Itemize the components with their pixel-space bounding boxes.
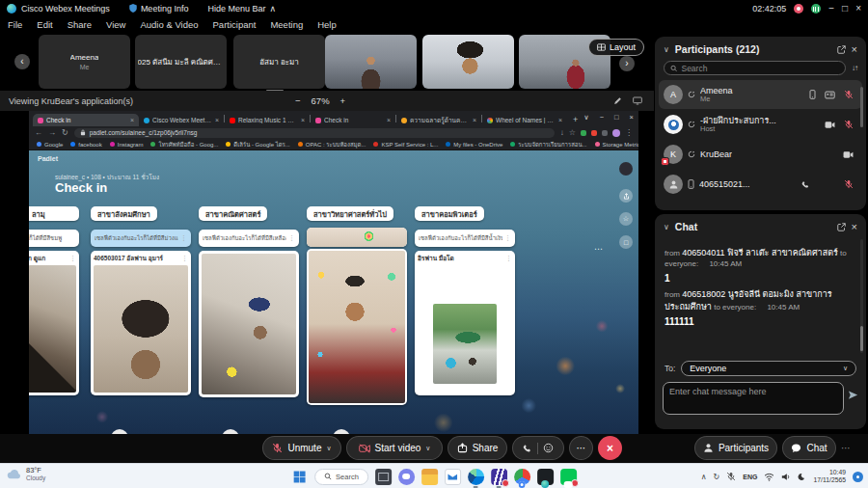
- column-header[interactable]: สาขาวิทยาศาสตร์ทั่วไป: [307, 206, 393, 221]
- taskbar-app-padlet[interactable]: [491, 469, 507, 485]
- notification-badge[interactable]: [853, 472, 863, 482]
- bookmark[interactable]: ดีเลิร์น - Google ไดร...: [226, 140, 289, 149]
- wifi-icon[interactable]: [764, 473, 774, 481]
- padlet-card[interactable]: เซลฟี่ตัวเองกับอะไรก็ได้ที่มีสีเหลือง ⋮: [199, 230, 299, 247]
- send-message-icon[interactable]: [848, 390, 858, 400]
- padlet-card[interactable]: เซลฟี่ตัวเองกับอะไรก็ได้ที่มีสีน้ำเงิน ⋮: [415, 230, 515, 247]
- video-tile-self[interactable]: Ameena Me: [39, 35, 130, 89]
- card-kebab-icon[interactable]: ⋮: [505, 255, 512, 262]
- reactions-smiley-icon[interactable]: [543, 443, 554, 453]
- padlet-card[interactable]: [307, 228, 407, 247]
- bookmark[interactable]: KSP Self Service : L...: [373, 142, 438, 148]
- bookmark[interactable]: Instagram: [110, 142, 144, 148]
- collapse-chevron-icon[interactable]: ∨: [664, 45, 669, 54]
- tab-close-icon[interactable]: ×: [301, 117, 305, 123]
- more-options-button[interactable]: ⋯: [569, 436, 593, 460]
- browser-tab[interactable]: ความฉลาดรู้ด้านคณิตศาสตร์... ×: [396, 114, 481, 126]
- menu-edit[interactable]: Edit: [37, 19, 52, 30]
- video-tile-webcam[interactable]: [325, 35, 417, 89]
- video-tile[interactable]: อัสมา อะมา: [233, 35, 325, 89]
- unmute-button[interactable]: Unmute ∨: [262, 436, 341, 460]
- chat-toggle-button[interactable]: Chat: [782, 436, 836, 460]
- column-header[interactable]: สาขาสังคมศึกษา: [91, 206, 157, 221]
- tab-close-icon[interactable]: ×: [558, 117, 562, 123]
- tray-expand-chevron[interactable]: ∧: [701, 473, 707, 481]
- tab-close-icon[interactable]: ×: [215, 117, 219, 123]
- card-kebab-icon[interactable]: ⋮: [69, 255, 76, 262]
- extension-icon[interactable]: [581, 130, 586, 136]
- bookmark[interactable]: My files - OneDrive: [446, 142, 502, 148]
- zoom-in-button[interactable]: +: [340, 95, 346, 106]
- download-icon[interactable]: ↓: [560, 128, 564, 137]
- taskbar-clock[interactable]: 10:49 17/11/2565: [813, 469, 846, 484]
- zoom-out-button[interactable]: −: [295, 95, 301, 106]
- minimize-button[interactable]: −: [828, 3, 834, 14]
- taskbar-weather-widget[interactable]: 83°F Cloudy: [7, 466, 45, 482]
- sort-icon[interactable]: ↓↑: [852, 64, 857, 72]
- view-options-icon[interactable]: [633, 96, 642, 105]
- video-tile-webcam[interactable]: [422, 35, 514, 89]
- layout-button[interactable]: Layout: [588, 39, 644, 56]
- close-button[interactable]: ×: [855, 3, 861, 14]
- chat-scrollbar-thumb[interactable]: [860, 326, 863, 351]
- taskbar-app-chrome[interactable]: [514, 469, 530, 485]
- connection-indicator-icon[interactable]: [811, 4, 821, 14]
- padlet-card[interactable]: [199, 251, 299, 397]
- column-header[interactable]: สาขาคอมพิวเตอร์: [415, 206, 484, 221]
- browser-tab[interactable]: Cisco Webex Meetings - P... ×: [139, 114, 224, 126]
- participant-row[interactable]: A Ameena Me: [659, 80, 862, 109]
- padlet-card[interactable]: 406503017 อัลฟาน อุมาร์⋮: [91, 251, 191, 395]
- extension-icon[interactable]: [591, 130, 597, 136]
- card-kebab-icon[interactable]: ⋮: [288, 234, 295, 242]
- taskbar-app-webex[interactable]: [537, 469, 554, 485]
- padlet-card[interactable]: ก ดูแก⋮: [29, 251, 79, 395]
- share-button[interactable]: Share: [448, 436, 507, 460]
- padlet-card[interactable]: [307, 249, 407, 405]
- browser-tab-active[interactable]: Check in ×: [33, 114, 139, 126]
- taskbar-file-explorer[interactable]: [421, 469, 438, 485]
- filmstrip-prev-button[interactable]: ‹: [14, 54, 30, 69]
- menu-help[interactable]: Help: [317, 19, 337, 30]
- start-video-button[interactable]: Start video ∨: [346, 436, 443, 460]
- taskbar-app-line[interactable]: [560, 469, 577, 485]
- taskbar-app-mail[interactable]: [445, 469, 461, 485]
- leave-meeting-button[interactable]: ×: [598, 436, 622, 460]
- night-light-icon[interactable]: [798, 473, 806, 481]
- taskbar-app-edge[interactable]: [468, 469, 484, 485]
- bookmark[interactable]: ระบบจัดการเรียนการสอน...: [510, 140, 586, 149]
- popout-icon[interactable]: [837, 45, 846, 54]
- card-kebab-icon[interactable]: ⋮: [180, 234, 187, 242]
- menu-view[interactable]: View: [106, 19, 125, 30]
- participant-row[interactable]: 406515021...: [659, 170, 862, 199]
- filmstrip-next-button[interactable]: ›: [619, 56, 635, 71]
- card-kebab-icon[interactable]: ⋮: [504, 234, 511, 242]
- close-panel-icon[interactable]: ×: [852, 43, 857, 55]
- popout-icon[interactable]: [837, 223, 846, 231]
- volume-icon[interactable]: [781, 473, 791, 481]
- sync-icon[interactable]: ↻: [714, 473, 720, 481]
- participant-row[interactable]: K KruBear: [659, 140, 862, 169]
- extension-icon[interactable]: [602, 130, 608, 136]
- participant-search[interactable]: [664, 61, 846, 75]
- browser-tab[interactable]: Check in ×: [311, 114, 395, 126]
- profile-avatar[interactable]: [612, 129, 620, 137]
- phone-audio-icon[interactable]: [523, 444, 532, 453]
- camera-on-icon[interactable]: [843, 150, 854, 159]
- menu-participant[interactable]: Participant: [213, 19, 257, 30]
- new-tab-button[interactable]: +: [573, 115, 578, 124]
- search-input[interactable]: [681, 64, 839, 73]
- bookmark-star-icon[interactable]: ☆: [569, 128, 576, 137]
- padlet-star-button[interactable]: ☆: [619, 212, 633, 226]
- browser-close-button[interactable]: ×: [630, 113, 634, 122]
- annotate-icon[interactable]: [613, 96, 622, 105]
- chevron-down-icon[interactable]: ∨: [425, 445, 430, 452]
- menu-file[interactable]: File: [8, 19, 22, 30]
- tab-close-icon[interactable]: ×: [387, 117, 391, 123]
- padlet-card[interactable]: ก็ได้ที่มีสีชมพู: [29, 230, 79, 247]
- start-button[interactable]: [291, 469, 308, 485]
- meeting-info-button[interactable]: Meeting Info: [129, 4, 189, 14]
- hide-menu-bar-button[interactable]: Hide Menu Bar ∧: [207, 4, 276, 14]
- reload-button[interactable]: ↻: [62, 128, 68, 137]
- participants-toggle-button[interactable]: Participants: [694, 436, 777, 460]
- panels-more-button[interactable]: ⋯: [841, 443, 851, 453]
